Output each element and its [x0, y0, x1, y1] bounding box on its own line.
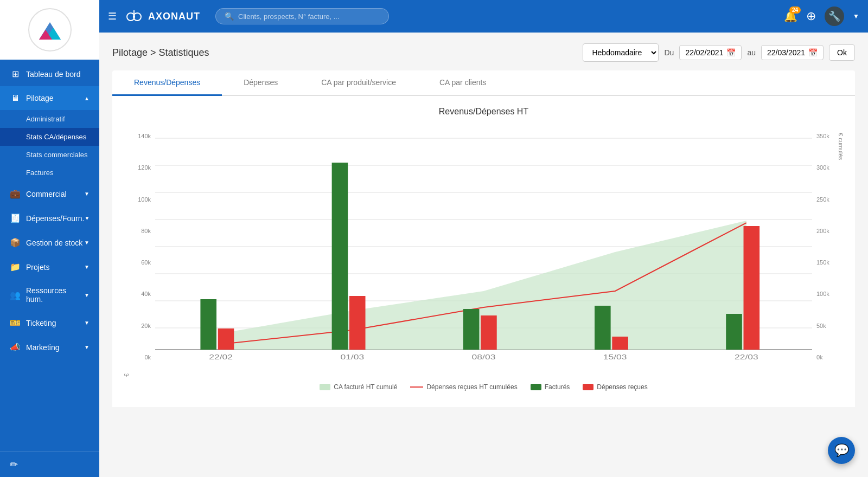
page-header: Pilotage > Statistiques Hebdomadaire Men… [112, 43, 855, 62]
ok-button[interactable]: Ok [829, 44, 855, 61]
sidebar-item-tableau-de-bord[interactable]: ⊞ Tableau de bord [0, 62, 99, 86]
svg-text:22/02: 22/02 [209, 353, 233, 360]
header-controls: Hebdomadaire Mensuel Annuel Du 22/02/202… [583, 43, 855, 62]
tab-revenus-depenses[interactable]: Revenus/Dépenses [112, 70, 222, 96]
date-from-input[interactable]: 22/02/2021 📅 [679, 45, 742, 60]
chart-container: Revenus/Dépenses HT € 140k 120k 100k 80k… [112, 96, 855, 407]
chart-svg: 22/02 01/03 08/03 15/03 22/03 [155, 133, 812, 360]
legend-factures: Facturés [531, 383, 570, 391]
commercial-icon: 💼 [10, 189, 21, 199]
sidebar-label-stats-ca: Stats CA/dépenses [26, 133, 86, 141]
chat-bubble[interactable]: 💬 [828, 437, 855, 464]
sidebar-label-stats-commerciales: Stats commerciales [26, 151, 87, 159]
ticketing-chevron-icon: ▼ [84, 320, 90, 326]
sidebar-label-factures: Factures [26, 169, 54, 177]
gestion-stock-chevron-icon: ▼ [84, 240, 90, 246]
period-select[interactable]: Hebdomadaire Mensuel Annuel [583, 43, 659, 62]
sidebar-subitem-stats-ca[interactable]: Stats CA/dépenses [0, 128, 99, 146]
calendar-from-icon[interactable]: 📅 [726, 48, 736, 57]
bar-depenses-4 [744, 226, 760, 350]
user-menu-chevron-icon[interactable]: ▼ [853, 12, 859, 20]
bar-factures-2 [463, 309, 480, 350]
sidebar-label-marketing: Marketing [26, 343, 59, 352]
legend-depenses-cumulees: Dépenses reçues HT cumulées [410, 383, 517, 391]
search-input[interactable] [238, 12, 380, 21]
date-to-label: au [747, 48, 756, 57]
sidebar-item-pilotage[interactable]: 🖥 Pilotage ▲ [0, 86, 99, 110]
topbar: ☰ AXONAUT 🔍 🔔 24 ⊕ 🔧 ▼ [99, 0, 868, 33]
chart-title: Revenus/Dépenses HT [123, 107, 844, 117]
chart-inner: 22/02 01/03 08/03 15/03 22/03 [155, 133, 812, 360]
sidebar-subitem-factures[interactable]: Factures [0, 164, 99, 182]
bar-depenses-3 [612, 337, 628, 350]
svg-text:08/03: 08/03 [472, 353, 496, 360]
tab-ca-produit[interactable]: CA par produit/service [299, 70, 418, 96]
tableau-de-bord-icon: ⊞ [10, 69, 21, 79]
pilotage-chevron-icon: ▲ [84, 95, 90, 101]
sidebar-item-ticketing[interactable]: 🎫 Ticketing ▼ [0, 311, 99, 335]
logo [28, 8, 72, 51]
svg-text:01/03: 01/03 [340, 353, 364, 360]
hamburger-menu-icon[interactable]: ☰ [108, 10, 117, 22]
bar-factures-3 [595, 306, 611, 350]
sidebar-item-commercial[interactable]: 💼 Commercial ▼ [0, 182, 99, 206]
depenses-chevron-icon: ▼ [84, 215, 90, 221]
sidebar-item-gestion-stock[interactable]: 📦 Gestion de stock ▼ [0, 230, 99, 255]
search-icon: 🔍 [225, 12, 234, 21]
sidebar-label-depenses: Dépenses/Fourn. [26, 214, 84, 223]
brand-name: AXONAUT [148, 11, 200, 22]
sidebar-label-gestion-stock: Gestion de stock [26, 238, 82, 247]
notification-badge: 24 [789, 7, 801, 14]
brand-icon [126, 9, 142, 24]
bar-factures-4 [726, 314, 742, 350]
sidebar-label-ticketing: Ticketing [26, 319, 56, 327]
commercial-chevron-icon: ▼ [84, 191, 90, 197]
sidebar-item-ressources-hum[interactable]: 👥 Ressources hum. ▼ [0, 279, 99, 311]
sidebar-subitem-stats-commerciales[interactable]: Stats commerciales [0, 146, 99, 164]
legend-line-depenses-cumulees [410, 386, 423, 388]
legend-ca-cumule: CA facturé HT cumulé [320, 383, 397, 391]
breadcrumb: Pilotage > Statistiques [112, 47, 209, 59]
legend-depenses-recues: Dépenses reçues [583, 383, 647, 391]
date-from-label: Du [664, 48, 674, 57]
tab-ca-clients[interactable]: CA par clients [418, 70, 508, 96]
content: Pilotage > Statistiques Hebdomadaire Men… [99, 33, 868, 477]
tabs: Revenus/Dépenses Dépenses CA par produit… [112, 70, 855, 96]
chart-wrap: € 140k 120k 100k 80k 60k 40k 20k 0k [123, 127, 844, 377]
search-bar[interactable]: 🔍 [215, 8, 389, 24]
sidebar-item-depenses[interactable]: 🧾 Dépenses/Fourn. ▼ [0, 206, 99, 230]
calendar-to-icon[interactable]: 📅 [808, 48, 818, 57]
main-area: ☰ AXONAUT 🔍 🔔 24 ⊕ 🔧 ▼ Pilotag [99, 0, 868, 477]
chart-panel: Revenus/Dépenses Dépenses CA par produit… [112, 70, 855, 407]
sidebar-nav: ⊞ Tableau de bord 🖥 Pilotage ▲ Administr… [0, 60, 99, 452]
sidebar-label-projets: Projets [26, 263, 50, 272]
pencil-icon[interactable]: ✏ [10, 459, 18, 470]
sidebar-label-ressources-hum: Ressources hum. [26, 286, 84, 304]
svg-text:22/03: 22/03 [735, 353, 758, 360]
tab-depenses[interactable]: Dépenses [222, 70, 299, 96]
sidebar: ⊞ Tableau de bord 🖥 Pilotage ▲ Administr… [0, 0, 99, 477]
add-icon[interactable]: ⊕ [806, 9, 816, 23]
sidebar-label-administratif: Administratif [26, 115, 65, 123]
pilotage-icon: 🖥 [10, 93, 21, 103]
date-to-value: 22/03/2021 [767, 48, 805, 57]
ressources-hum-icon: 👥 [10, 290, 21, 300]
sidebar-label-commercial: Commercial [26, 190, 67, 198]
notification-bell-icon[interactable]: 🔔 24 [784, 10, 797, 23]
marketing-icon: 📣 [10, 342, 21, 352]
logo-area [0, 0, 99, 60]
date-to-input[interactable]: 22/03/2021 📅 [761, 45, 824, 60]
sidebar-item-projets[interactable]: 📁 Projets ▼ [0, 255, 99, 279]
ticketing-icon: 🎫 [10, 318, 21, 328]
sidebar-subitem-administratif[interactable]: Administratif [0, 110, 99, 128]
projets-icon: 📁 [10, 262, 21, 272]
user-avatar[interactable]: 🔧 [825, 7, 844, 26]
bar-depenses-2 [481, 315, 497, 350]
y-axis-right: 350k 300k 250k 200k 150k 100k 50k 0k [812, 133, 837, 360]
sidebar-item-marketing[interactable]: 📣 Marketing ▼ [0, 335, 99, 359]
legend-swatch-factures [531, 384, 541, 390]
bar-depenses-1 [349, 296, 366, 350]
bar-factures-1 [332, 163, 348, 350]
ressources-hum-chevron-icon: ▼ [84, 292, 90, 298]
bar-depenses-0 [218, 328, 234, 350]
